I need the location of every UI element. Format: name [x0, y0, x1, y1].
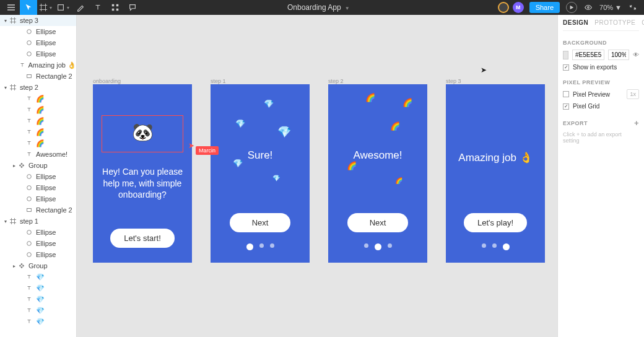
layer-label: Rectangle 2 [36, 72, 72, 80]
text-icon [25, 296, 33, 302]
layer-row[interactable]: Ellipse [0, 227, 76, 238]
twisty-icon[interactable]: ▾ [2, 18, 9, 24]
checkbox-pixel-grid[interactable]: ✓ [563, 103, 569, 110]
share-button[interactable]: Share [529, 2, 560, 13]
layer-row[interactable]: Amazing job 👌 [0, 59, 76, 71]
selection-box: 🐼 [102, 115, 183, 152]
svg-point-11 [27, 186, 32, 190]
avatar-collaborator-2[interactable]: M [513, 2, 524, 13]
layer-row[interactable]: Rectangle 2 [0, 71, 76, 82]
frame-onboarding[interactable]: onboarding 🐼 Hey! Can you please help me… [93, 84, 192, 263]
tab-code[interactable]: CODE [642, 19, 644, 26]
twisty-icon[interactable]: ▾ [2, 85, 9, 90]
text-icon [25, 95, 33, 102]
section-background: BACKGROUND [563, 40, 639, 46]
frame-step3[interactable]: step 3 Amazing job 👌 Let's play! [446, 84, 545, 263]
layer-label: Ellipse [36, 28, 56, 35]
layer-row[interactable]: 🌈 [0, 126, 76, 138]
cta-play[interactable]: Let's play! [464, 213, 527, 232]
layer-row[interactable]: 🌈 [0, 138, 76, 149]
twisty-icon[interactable]: ▸ [11, 263, 17, 269]
twisty-icon[interactable]: ▾ [2, 219, 9, 224]
bg-swatch[interactable] [563, 51, 568, 59]
view-button[interactable] [580, 0, 597, 15]
step2-text: Awesome! [344, 149, 411, 162]
pen-tool[interactable] [72, 0, 89, 15]
cta-next[interactable]: Next [347, 213, 409, 232]
text-tool[interactable] [89, 0, 107, 15]
frame-step1[interactable]: step 1 💎 💎 💎 💎 💎 Sure! Next [211, 84, 310, 263]
layer-row[interactable]: Ellipse [0, 193, 76, 204]
comment-tool[interactable] [124, 0, 141, 15]
document-title[interactable]: Onboarding App▼ [141, 3, 496, 12]
add-export-button[interactable]: + [634, 118, 639, 128]
frame-label: step 3 [446, 78, 461, 84]
frame-tool[interactable]: ▼ [37, 0, 54, 15]
bg-opacity-input[interactable] [608, 50, 629, 60]
section-export: EXPORT [563, 120, 588, 126]
svg-rect-3 [112, 9, 115, 11]
layer-row[interactable]: ▸Group [0, 160, 76, 171]
move-tool[interactable] [20, 0, 37, 15]
layer-row[interactable]: 🌈 [0, 115, 76, 126]
layer-row[interactable]: Ellipse [0, 48, 76, 59]
checkbox-pixel-preview[interactable] [563, 91, 569, 97]
twisty-icon[interactable]: ▸ [11, 163, 17, 168]
layer-row[interactable]: 💎 [0, 282, 76, 294]
layer-label: step 2 [20, 84, 38, 91]
bg-hex-input[interactable] [572, 50, 604, 60]
layer-row[interactable]: Ellipse [0, 238, 76, 249]
layer-row[interactable]: 💎 [0, 316, 76, 327]
frame-step2[interactable]: step 2 🌈 🌈 🌈 🌈 🌈 Awesome! Next [328, 84, 427, 263]
layer-row[interactable]: Awesome! [0, 149, 76, 160]
tab-prototype[interactable]: PROTOTYPE [594, 19, 635, 26]
present-button[interactable] [566, 2, 577, 13]
svg-rect-2 [116, 4, 119, 7]
svg-rect-1 [112, 4, 115, 7]
avatar-collaborator-1[interactable] [498, 2, 509, 13]
layer-row[interactable]: Ellipse [0, 249, 76, 260]
layer-row[interactable]: Ellipse [0, 182, 76, 193]
canvas[interactable]: onboarding 🐼 Hey! Can you please help me… [77, 15, 557, 337]
collaborator-name: Marcin [196, 146, 219, 155]
layer-row[interactable]: 🌈 [0, 104, 76, 115]
layer-label: 💎 [36, 318, 45, 326]
frame-icon [9, 84, 17, 90]
layers-panel[interactable]: ▾step 3EllipseEllipseEllipseAmazing job … [0, 15, 77, 337]
component-tool[interactable] [107, 0, 124, 15]
layer-row[interactable]: ▾step 3 [0, 15, 76, 26]
checkbox-show-exports[interactable]: ✓ [563, 64, 569, 71]
layer-row[interactable]: 💎 [0, 271, 76, 282]
layer-row[interactable]: ▸Group [0, 260, 76, 271]
eye-icon[interactable]: 👁 [633, 51, 639, 58]
layer-label: step 3 [20, 17, 38, 24]
layer-row[interactable]: 💎 [0, 305, 76, 316]
layer-row[interactable]: 🌈 [0, 93, 76, 104]
expand-ui-button[interactable] [624, 0, 642, 15]
menu-button[interactable] [2, 0, 20, 15]
layer-row[interactable]: ▾step 1 [0, 216, 76, 227]
text-icon [25, 129, 33, 135]
layer-row[interactable]: Ellipse [0, 26, 76, 37]
ellipse-icon [25, 185, 33, 191]
cta-next[interactable]: Next [230, 213, 291, 232]
layer-row[interactable]: Ellipse [0, 171, 76, 182]
ellipse-icon [25, 40, 33, 46]
layer-row[interactable]: Rectangle 2 [0, 204, 76, 216]
layer-row[interactable]: ▾step 2 [0, 82, 76, 93]
cta-start[interactable]: Let's start! [110, 229, 175, 248]
layer-label: 🌈 [36, 128, 45, 136]
svg-point-15 [27, 242, 32, 246]
layer-label: 🌈 [36, 139, 45, 147]
inspector-panel[interactable]: DESIGN PROTOTYPE CODE BACKGROUND 👁 ✓ Sho… [557, 15, 644, 337]
layer-row[interactable]: Ellipse [0, 37, 76, 48]
zoom-level[interactable]: 70% ▼ [599, 4, 622, 11]
ellipse-icon [25, 51, 33, 57]
layer-row[interactable]: 💎 [0, 294, 76, 305]
pixel-preview-scale[interactable]: 1x [627, 89, 639, 99]
text-icon [25, 107, 33, 113]
collaborator-cursor: ➤Marcin [188, 141, 194, 150]
shape-tool[interactable]: ▼ [54, 0, 72, 15]
tab-design[interactable]: DESIGN [563, 19, 588, 26]
frame-icon [9, 17, 17, 24]
